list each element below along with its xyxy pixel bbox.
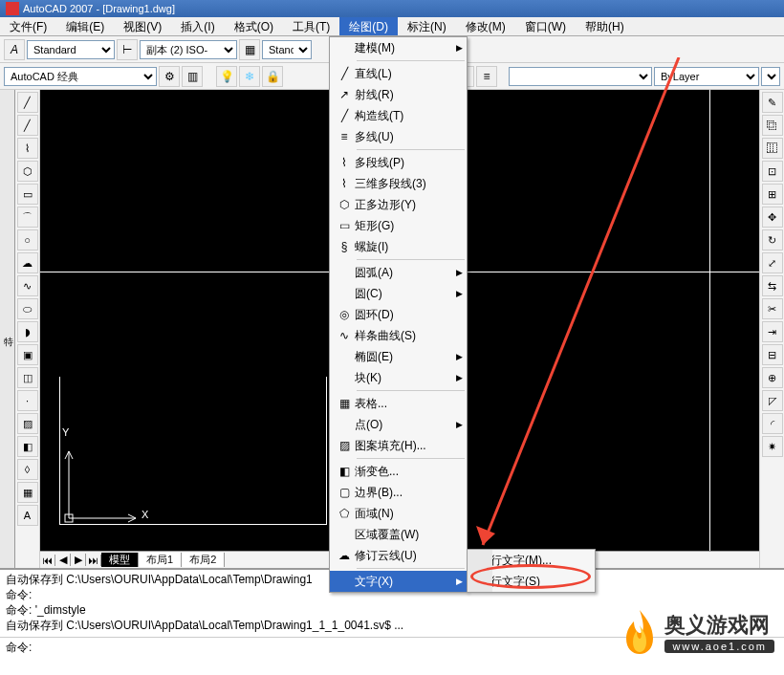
menu-item-y[interactable]: ⬡正多边形(Y) [330, 194, 467, 215]
menu-item-r[interactable]: ↗射线(R) [330, 84, 467, 105]
menu-item-s[interactable]: ∿样条曲线(S) [330, 325, 467, 346]
dimstyle-select[interactable]: 副本 (2) ISO- [140, 40, 237, 59]
menu-item-m[interactable]: 建模(M)▶ [330, 37, 467, 58]
text-submenu: A 多行文字(M)... A̲ 单行文字(S) [467, 549, 596, 593]
menu-insert[interactable]: 插入(I) [171, 17, 224, 35]
tablestyle-button[interactable]: ▦ [239, 39, 260, 60]
menu-item-a[interactable]: 圆弧(A)▶ [330, 262, 467, 283]
gradient-tool[interactable]: ◧ [17, 436, 38, 457]
toolpalette-button[interactable]: ▥ [182, 66, 203, 87]
tab-model[interactable]: 模型 [101, 553, 139, 567]
region-tool[interactable]: ◊ [17, 459, 38, 480]
textstyle-select[interactable]: Standard [27, 40, 115, 59]
menu-item-h[interactable]: ▨图案填充(H)... [330, 435, 467, 456]
menu-dim[interactable]: 标注(N) [398, 17, 456, 35]
ellipse-tool[interactable]: ⬭ [17, 298, 38, 319]
erase-tool[interactable]: ✎ [762, 92, 783, 113]
menu-item-k[interactable]: 块(K)▶ [330, 367, 467, 388]
menu-window[interactable]: 窗口(W) [515, 17, 576, 35]
revcloud-tool[interactable]: ☁ [17, 252, 38, 273]
table-tool[interactable]: ▦ [17, 482, 38, 503]
polygon-tool[interactable]: ⬡ [17, 161, 38, 182]
menu-item-x[interactable]: 文字(X)▶ [330, 571, 467, 592]
workspace-select[interactable]: AutoCAD 经典 [4, 67, 157, 86]
tab-nav-last[interactable]: ⏭ [86, 555, 101, 566]
explode-tool[interactable]: ✷ [762, 436, 783, 457]
menu-item-[interactable]: ◧渐变色... [330, 461, 467, 482]
menu-item-i[interactable]: §螺旋(I) [330, 236, 467, 257]
title-text: AutoCAD 2007 - [Drawing1.dwg] [23, 3, 175, 14]
xline-icon: ╱ [334, 107, 355, 124]
properties-palette-tab[interactable]: 特 [0, 90, 15, 568]
menu-item-t[interactable]: ╱构造线(T) [330, 105, 467, 126]
menu-item-u[interactable]: ☁修订云线(U) [330, 545, 467, 566]
bylayer-select[interactable]: ByLayer [654, 67, 759, 86]
workspace-settings-button[interactable]: ⚙ [159, 66, 180, 87]
fillet-tool[interactable]: ◜ [762, 413, 783, 434]
circle-tool[interactable]: ○ [17, 229, 38, 250]
layer-lock-icon[interactable]: 🔒 [262, 66, 283, 87]
menu-edit[interactable]: 编辑(E) [56, 17, 114, 35]
pline-tool[interactable]: ⌇ [17, 138, 38, 159]
submenu-arrow-icon: ▶ [456, 577, 463, 586]
menu-tools[interactable]: 工具(T) [283, 17, 339, 35]
menu-item-d[interactable]: ◎圆环(D) [330, 304, 467, 325]
menu-item-n[interactable]: ⬠面域(N) [330, 503, 467, 524]
textstyle-button[interactable]: A [4, 39, 25, 60]
spline-tool[interactable]: ∿ [17, 275, 38, 296]
layer-freeze-icon[interactable]: ❄ [239, 66, 260, 87]
dimstyle-button[interactable]: ⊢ [117, 39, 138, 60]
menu-format[interactable]: 格式(O) [225, 17, 283, 35]
make-block-tool[interactable]: ◫ [17, 367, 38, 388]
menu-item-e[interactable]: 椭圆(E)▶ [330, 346, 467, 367]
menu-item-l[interactable]: ╱直线(L) [330, 63, 467, 84]
lineweight-icon[interactable]: ≡ [476, 66, 497, 87]
scale-tool[interactable]: ⤢ [762, 252, 783, 273]
line-tool[interactable]: ╱ [17, 92, 38, 113]
menu-item-b[interactable]: ▢边界(B)... [330, 482, 467, 503]
ellipsearc-tool[interactable]: ◗ [17, 321, 38, 342]
menu-file[interactable]: 文件(F) [0, 17, 56, 35]
tab-layout2[interactable]: 布局2 [182, 553, 225, 567]
tablestyle-select[interactable]: Standar [262, 40, 312, 59]
blank-icon [334, 573, 355, 590]
tab-layout1[interactable]: 布局1 [139, 553, 182, 567]
menu-item-p[interactable]: ⌇多段线(P) [330, 152, 467, 173]
tab-nav-next[interactable]: ▶ [71, 554, 86, 566]
move-tool[interactable]: ✥ [762, 207, 783, 228]
break-tool[interactable]: ⊟ [762, 344, 783, 365]
copy-tool[interactable]: ⿻ [762, 115, 783, 136]
menu-item-c[interactable]: 圆(C)▶ [330, 283, 467, 304]
stretch-tool[interactable]: ⇆ [762, 275, 783, 296]
menu-item-[interactable]: ▦表格... [330, 393, 467, 414]
offset-tool[interactable]: ⊡ [762, 161, 783, 182]
menu-modify[interactable]: 修改(M) [456, 17, 515, 35]
chamfer-tool[interactable]: ◸ [762, 390, 783, 411]
menu-item-w[interactable]: 区域覆盖(W) [330, 524, 467, 545]
trim-tool[interactable]: ✂ [762, 298, 783, 319]
insert-block-tool[interactable]: ▣ [17, 344, 38, 365]
rectangle-tool[interactable]: ▭ [17, 184, 38, 205]
lineweight-select[interactable]: — [761, 67, 780, 86]
rotate-tool[interactable]: ↻ [762, 229, 783, 250]
hatch-tool[interactable]: ▨ [17, 413, 38, 434]
layer-color-select[interactable] [509, 67, 652, 86]
array-tool[interactable]: ⊞ [762, 184, 783, 205]
menu-item-o[interactable]: 点(O)▶ [330, 414, 467, 435]
layer-lightbulb-icon[interactable]: 💡 [216, 66, 237, 87]
menu-item-u[interactable]: ≡多线(U) [330, 126, 467, 147]
mirror-tool[interactable]: ⿲ [762, 138, 783, 159]
xline-tool[interactable]: ╱ [17, 115, 38, 136]
mtext-tool[interactable]: A [17, 505, 38, 526]
menu-view[interactable]: 视图(V) [114, 17, 171, 35]
menu-item-[interactable]: ⌇三维多段线(3) [330, 173, 467, 194]
menu-item-g[interactable]: ▭矩形(G) [330, 215, 467, 236]
extend-tool[interactable]: ⇥ [762, 321, 783, 342]
menu-draw[interactable]: 绘图(D) [339, 17, 398, 35]
join-tool[interactable]: ⊕ [762, 367, 783, 388]
tab-nav-prev[interactable]: ◀ [55, 554, 71, 566]
menu-help[interactable]: 帮助(H) [576, 17, 634, 35]
arc-tool[interactable]: ⌒ [17, 207, 38, 228]
tab-nav-first[interactable]: ⏮ [40, 555, 55, 566]
point-tool[interactable]: · [17, 390, 38, 411]
